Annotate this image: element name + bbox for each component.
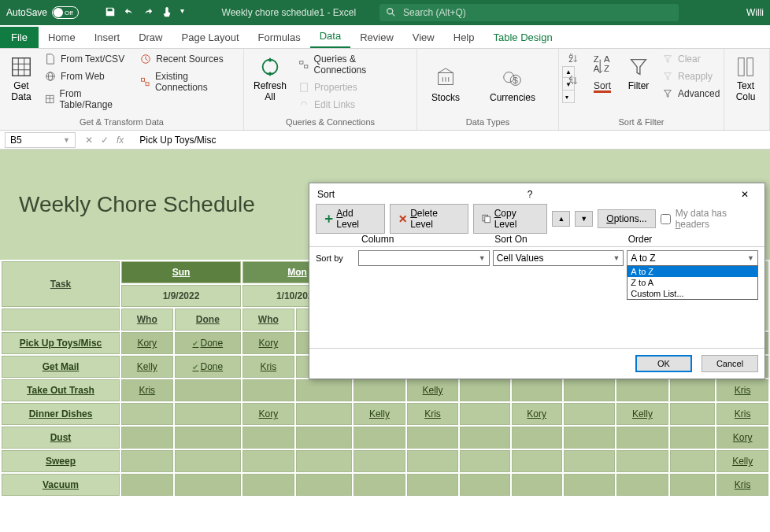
enter-icon[interactable]: ✓ (101, 135, 109, 146)
from-text-csv-button[interactable]: From Text/CSV (43, 52, 131, 66)
date-sun[interactable]: 1/9/2022 (121, 285, 241, 307)
table-row[interactable]: Take Out Trash Kris Kelly Kris (2, 379, 768, 401)
svg-text:Z: Z (568, 56, 572, 64)
tab-file[interactable]: File (0, 27, 39, 48)
tab-view[interactable]: View (403, 27, 444, 48)
from-web-button[interactable]: From Web (43, 69, 131, 83)
svg-rect-36 (747, 58, 753, 76)
x-icon (398, 214, 407, 224)
chevron-down-icon: ▼ (747, 254, 754, 262)
user-name[interactable]: Willi (746, 7, 770, 18)
ok-button[interactable]: OK (635, 355, 692, 372)
sort-desc-icon: ZA (568, 76, 579, 87)
svg-rect-35 (739, 58, 745, 76)
globe-icon (45, 71, 56, 82)
from-table-range-button[interactable]: From Table/Range (43, 87, 131, 112)
delete-level-button[interactable]: Delete Level (390, 204, 468, 234)
tab-insert[interactable]: Insert (85, 27, 130, 48)
existing-connections-button[interactable]: Existing Connections (138, 69, 237, 94)
currencies-button[interactable]: $ Currencies (487, 64, 539, 106)
text-to-columns-button[interactable]: Text Colu (731, 52, 761, 105)
tab-draw[interactable]: Draw (129, 27, 172, 48)
tab-home[interactable]: Home (39, 27, 85, 48)
name-box[interactable]: B5 ▼ (5, 132, 76, 148)
close-icon[interactable]: ✕ (733, 186, 757, 203)
queries-connections-button[interactable]: Queries & Connections (296, 52, 410, 77)
order-select[interactable]: A to Z▼ A to Z Z to A Custom List... (627, 250, 758, 266)
touch-icon[interactable] (161, 6, 172, 20)
recent-sources-button[interactable]: Recent Sources (138, 52, 237, 66)
order-option-ztoa[interactable]: Z to A (627, 277, 757, 288)
tab-review[interactable]: Review (350, 27, 403, 48)
checkbox[interactable] (661, 214, 671, 224)
cancel-icon[interactable]: ✕ (85, 135, 93, 146)
table-row[interactable]: Dinner Dishes Kory Kelly Kris Kory Kelly… (2, 403, 768, 425)
dialog-title: Sort (317, 189, 335, 200)
sort-by-label: Sort by (316, 253, 355, 263)
search-box[interactable]: Search (Alt+Q) (379, 4, 679, 21)
connection-icon (140, 76, 150, 87)
sort-button[interactable]: ZAAZ Sort (587, 52, 617, 94)
formula-bar: B5 ▼ ✕ ✓ fx Pick Up Toys/Misc (0, 131, 770, 150)
my-data-headers-check[interactable]: My data has headers (661, 208, 758, 230)
order-dropdown[interactable]: A to Z Z to A Custom List... (627, 265, 758, 300)
svg-rect-38 (485, 216, 491, 223)
dialog-titlebar[interactable]: Sort ? ✕ (309, 183, 764, 205)
tab-help[interactable]: Help (444, 27, 484, 48)
options-button[interactable]: Options... (598, 209, 655, 228)
sorton-select[interactable]: Cell Values▼ (493, 250, 624, 266)
column-select[interactable]: ▼ (358, 250, 490, 266)
svg-line-16 (145, 81, 146, 83)
sort-desc-button[interactable]: ZA (565, 74, 581, 88)
svg-rect-2 (13, 58, 31, 76)
autosave-label: AutoSave (6, 7, 47, 18)
move-down-button[interactable]: ▼ (575, 211, 593, 227)
tab-data[interactable]: Data (310, 25, 350, 48)
cancel-button[interactable]: Cancel (702, 355, 758, 372)
svg-text:A: A (568, 78, 573, 86)
redo-icon[interactable] (143, 6, 154, 20)
col-order-header: Order (628, 234, 758, 245)
move-up-button[interactable]: ▲ (552, 211, 570, 227)
who-header-sun[interactable]: Who (121, 308, 173, 331)
advanced-button[interactable]: Advanced (660, 87, 722, 101)
ribbon-group-data-tools: Text Colu (724, 49, 770, 130)
task-header[interactable]: Task (2, 261, 120, 307)
tab-page-layout[interactable]: Page Layout (172, 27, 249, 48)
clock-icon (140, 54, 151, 65)
formula-bar-buttons: ✕ ✓ fx (76, 135, 133, 146)
chevron-down-icon[interactable]: ▼ (63, 136, 70, 144)
order-option-custom[interactable]: Custom List... (627, 288, 757, 299)
table-row[interactable]: Vacuum Kris (2, 474, 768, 496)
day-sun[interactable]: Sun (121, 261, 241, 283)
help-icon[interactable]: ? (528, 189, 533, 200)
svg-point-0 (387, 9, 393, 14)
who-header-mon[interactable]: Who (242, 308, 294, 331)
done-header-sun[interactable]: Done (175, 308, 241, 331)
sort-headers: Column Sort On Order (309, 232, 764, 246)
dialog-actions: OK Cancel (309, 349, 764, 379)
stocks-button[interactable]: Stocks (428, 64, 463, 106)
table-row[interactable]: Sweep Kelly (2, 450, 768, 472)
get-data-button[interactable]: Get Data (6, 52, 36, 105)
add-level-button[interactable]: Add Level (316, 204, 385, 234)
sort-dialog: Sort ? ✕ Add Level Delete Level Copy Lev… (309, 183, 765, 379)
fx-icon[interactable]: fx (117, 135, 124, 146)
refresh-all-button[interactable]: Refresh All (250, 52, 290, 105)
filter-button[interactable]: Filter (624, 52, 653, 94)
autosave-toggle[interactable]: AutoSave Off (0, 6, 98, 19)
table-row[interactable]: Dust Kory (2, 427, 768, 449)
svg-text:Z: Z (594, 55, 599, 64)
formula-input[interactable]: Pick Up Toys/Misc (133, 135, 770, 146)
tab-table-design[interactable]: Table Design (484, 27, 562, 48)
copy-level-button[interactable]: Copy Level (473, 204, 547, 234)
svg-rect-19 (301, 83, 308, 92)
sort-body: Sort by ▼ Cell Values▼ A to Z▼ A to Z Z … (309, 246, 764, 349)
save-icon[interactable] (105, 6, 116, 20)
qat-customize-icon[interactable]: ▾ (180, 6, 184, 20)
properties-icon (298, 82, 309, 93)
order-option-atoz[interactable]: A to Z (627, 266, 757, 277)
undo-icon[interactable] (124, 6, 135, 20)
sort-asc-button[interactable]: AZ (565, 52, 581, 66)
tab-formulas[interactable]: Formulas (249, 27, 310, 48)
